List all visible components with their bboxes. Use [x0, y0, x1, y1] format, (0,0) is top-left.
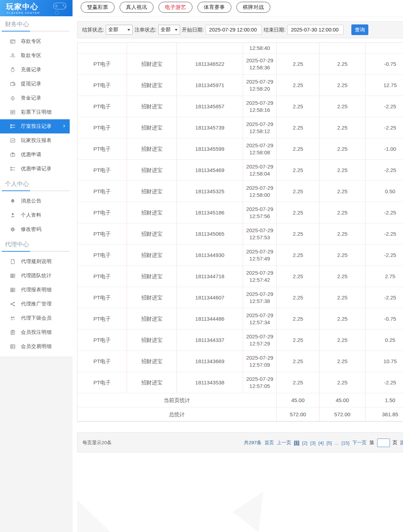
page-link[interactable]: [1] [294, 440, 299, 446]
top-tab[interactable]: 雙赢彩票 [81, 2, 115, 13]
cell-bet-amount: 2.25 [277, 53, 319, 75]
cell-game: 招财进宝 [127, 351, 177, 372]
prev-page-link[interactable]: 上一页 [277, 440, 291, 446]
cell-bet-amount [277, 43, 319, 53]
jump-page-input[interactable] [377, 439, 390, 447]
sidebar-item[interactable]: 厅室投注记录 › [0, 119, 70, 133]
current-page-stats-label: 当前页统计 [77, 393, 277, 407]
sidebar-item[interactable]: 彩票下注明细 › [0, 105, 73, 119]
report-icon [10, 273, 16, 279]
grid-table-icon [10, 344, 16, 349]
table-row: PT电子 招财进宝 1811345469 2025-07-29 12:58:04… [77, 160, 403, 181]
total-records-label: 共297条 [244, 440, 262, 446]
page-link[interactable]: [5] [327, 440, 332, 446]
sidebar-item-label: 彩票下注明细 [21, 109, 52, 115]
top-tab[interactable]: 真人视讯 [120, 2, 154, 13]
cell-game: 招财进宝 [127, 96, 177, 117]
cell-order-no [177, 43, 243, 53]
bet-records-table: 12:58:40 PT电子 招财进宝 1811346522 2025-07-29… [77, 42, 403, 422]
jump-go-link[interactable]: 跳转 [400, 440, 403, 446]
cell-order-no: 1811345186 [177, 202, 243, 223]
cell-win-loss: 0.50 [365, 181, 403, 202]
sidebar-item[interactable]: 代理推广管理 › [0, 297, 73, 311]
page-link[interactable]: [2] [302, 440, 307, 446]
page-link[interactable]: [3] [310, 440, 316, 446]
cell-bet-amount: 2.25 [277, 245, 319, 266]
sidebar-item[interactable]: 存款专区 › [0, 34, 73, 48]
sidebar-item[interactable]: 优惠申请记录 › [0, 162, 73, 176]
cell-game: 招财进宝 [127, 245, 177, 266]
sidebar-item-label: 提现记录 [21, 81, 41, 87]
table-summary: 当前页统计 45.00 45.00 1.50 总统计 572.00 572.00… [77, 393, 403, 422]
cell-game: 招财进宝 [127, 75, 177, 96]
app-title: 玩家中心 [6, 2, 39, 12]
cell-bet-amount: 2.25 [277, 160, 319, 181]
user-icon [10, 212, 16, 218]
top-tab[interactable]: 棋牌对战 [236, 2, 270, 13]
purse-icon [10, 95, 16, 101]
cell-platform: PT电子 [77, 96, 127, 117]
sidebar-item[interactable]: 消息公告 › [0, 194, 73, 208]
table-row: PT电子 招财进宝 1811345186 2025-07-29 12:57:56… [77, 202, 403, 223]
sidebar-item[interactable]: 代理团队统计 › [0, 269, 73, 283]
table-row: 12:58:40 [77, 43, 403, 53]
sidebar-item[interactable]: 修改密码 › [0, 222, 73, 236]
settle-status-select[interactable]: 全部 [106, 25, 133, 35]
sidebar-footer-area [0, 357, 73, 532]
page-link[interactable]: [15] [341, 440, 350, 446]
sidebar-section-title: 财务中心 [5, 21, 73, 28]
sidebar-item[interactable]: 代理下级会员 › [0, 311, 73, 325]
sidebar-item[interactable]: 资金记录 › [0, 91, 73, 105]
sidebar-item[interactable]: 会员交易明细 › [0, 339, 73, 354]
sidebar-item[interactable]: 代理规则说明 › [0, 254, 73, 269]
pagination-controls: 共297条 首页 上一页 [1][2][3][4][5]...[15] 下一页 … [244, 439, 403, 447]
grand-total-valid: 572.00 [319, 407, 365, 422]
sidebar-item[interactable]: 优惠申请 › [0, 148, 73, 162]
sidebar-item[interactable]: 玩家投注报表 › [0, 133, 73, 148]
sidebar-item-label: 优惠申请记录 [21, 166, 52, 172]
cell-time: 2025-07-29 12:57:53 [243, 223, 277, 245]
sidebar-item-label: 代理报表明细 [21, 287, 52, 293]
cell-game: 招财进宝 [127, 266, 177, 287]
table-row: PT电子 招财进宝 1811345325 2025-07-29 12:58:00… [77, 181, 403, 202]
cell-platform: PT电子 [77, 138, 127, 160]
cell-platform: PT电子 [77, 223, 127, 245]
sidebar-item[interactable]: 取款专区 › [0, 48, 73, 63]
cell-win-loss: -2.25 [365, 96, 403, 117]
cell-win-loss: -2.25 [365, 117, 403, 138]
page-link[interactable]: [4] [318, 440, 324, 446]
order-status-select[interactable]: 全部 [158, 25, 180, 35]
next-page-link[interactable]: 下一页 [352, 440, 367, 446]
cell-platform: PT电子 [77, 330, 127, 351]
cell-valid-amount: 2.25 [319, 117, 365, 138]
cell-order-no: 1811344607 [177, 287, 243, 308]
page-links: [1][2][3][4][5]...[15] [294, 440, 350, 446]
cell-win-loss: -2.25 [365, 202, 403, 223]
query-button[interactable]: 查询 [351, 24, 368, 35]
cell-platform: PT电子 [77, 117, 127, 138]
cell-game: 招财进宝 [127, 223, 177, 245]
first-page-link[interactable]: 首页 [264, 440, 274, 446]
cell-valid-amount: 2.25 [319, 96, 365, 117]
sidebar-item[interactable]: 个人资料 › [0, 208, 73, 222]
cell-valid-amount: 2.25 [319, 287, 365, 308]
cell-time: 2025-07-29 12:58:20 [243, 75, 277, 96]
sidebar-item-label: 代理规则说明 [21, 258, 52, 265]
cell-order-no: 1811345469 [177, 160, 243, 181]
top-tab[interactable]: 体育赛事 [197, 2, 231, 13]
grand-total-winloss: 361.85 [365, 407, 403, 422]
top-tab[interactable]: 电子游艺 [159, 2, 192, 13]
end-date-input[interactable] [287, 25, 344, 35]
sidebar-item[interactable]: 提现记录 › [0, 77, 73, 91]
cell-bet-amount: 2.25 [277, 223, 319, 245]
sidebar-item[interactable]: 代理报表明细 › [0, 283, 73, 297]
sidebar-item[interactable]: 会员投注明细 › [0, 325, 73, 339]
doc-icon [10, 259, 16, 264]
page-link[interactable]: ... [335, 440, 339, 446]
sidebar-item[interactable]: 充值记录 › [0, 63, 73, 77]
sidebar-section: 代理中心 代理规则说明 › 代理团队统计 › 代理报表明细 › 代理推广管理 ›… [0, 241, 73, 354]
start-date-input[interactable] [206, 25, 262, 35]
sidebar-section: 个人中心 消息公告 › 个人资料 › 修改密码 › [0, 180, 73, 236]
cell-order-no: 1811345065 [177, 223, 243, 245]
sidebar-section-underline [2, 31, 70, 32]
